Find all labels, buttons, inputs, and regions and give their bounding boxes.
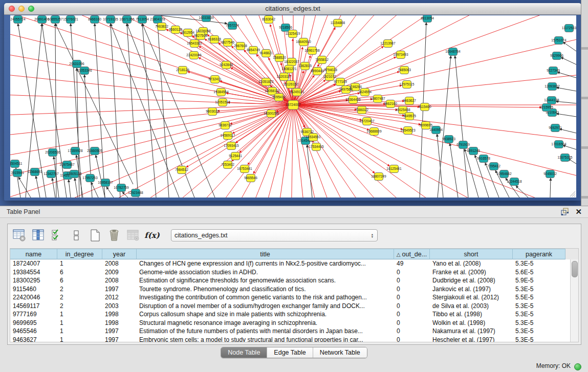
table-cell[interactable]: 18724007	[10, 259, 57, 268]
window-titlebar[interactable]: citations_edges.txt	[4, 3, 581, 15]
column-header-in_degree[interactable]: in_degree	[57, 249, 102, 259]
table-body[interactable]: 1872400712008Changes of HCN gene express…	[10, 259, 571, 342]
table-cell[interactable]: 5.5E-5	[513, 293, 565, 302]
node-table[interactable]: namein_degreeyeartitle△out_de...shortpag…	[10, 248, 579, 342]
table-row[interactable]: 977716911998Corpus callosum shape and si…	[10, 310, 571, 319]
float-panel-icon[interactable]	[561, 208, 569, 215]
column-header-out_de[interactable]: △out_de...	[394, 249, 430, 259]
table-cell[interactable]: 1997	[102, 327, 137, 336]
table-cell[interactable]: 22420046	[10, 293, 57, 302]
table-row[interactable]: 946362711997Embryonic stem cells: a mode…	[10, 336, 571, 343]
table-cell[interactable]: Disruption of a novel member of a sodium…	[137, 302, 394, 311]
tab-node-table[interactable]: Node Table	[221, 347, 267, 358]
table-cell[interactable]: 5.3E-5	[513, 302, 565, 311]
column-header-pagerank[interactable]: pagerank	[513, 249, 565, 259]
citation-network-graph[interactable]: 2405572420691406106552571527602184661601…	[10, 15, 576, 198]
table-cell[interactable]: Yano et al. (2008)	[430, 259, 513, 268]
close-panel-icon[interactable]: ✕	[575, 208, 582, 215]
table-cell[interactable]: 0	[394, 319, 430, 327]
table-cell[interactable]: Wolkin et al. (1998)	[430, 319, 513, 327]
table-cell[interactable]: Jankovic et al. (1997)	[430, 285, 513, 294]
table-cell[interactable]: 0	[394, 302, 430, 311]
table-header-row[interactable]: namein_degreeyeartitle△out_de...shortpag…	[10, 249, 578, 259]
table-cell[interactable]: 5.3E-5	[513, 336, 565, 343]
table-cell[interactable]: 19384554	[10, 268, 57, 277]
column-header-title[interactable]: title	[137, 249, 394, 259]
table-cell[interactable]: 18300295	[10, 276, 57, 285]
table-cell[interactable]: 5.3E-5	[513, 310, 565, 319]
table-cell[interactable]: Embryonic stem cells: a model to study s…	[137, 336, 394, 343]
table-cell[interactable]: 1997	[102, 285, 137, 294]
table-cell[interactable]: 0	[394, 293, 430, 302]
table-row[interactable]: 911546021997Tourette syndrome. Phenomeno…	[10, 285, 571, 294]
table-row[interactable]: 1830029562008Estimation of significance …	[10, 276, 571, 285]
table-cell[interactable]: de Silva et al. (2003)	[430, 302, 513, 311]
table-cell[interactable]: 2008	[102, 276, 137, 285]
memory-status-indicator[interactable]	[574, 363, 581, 370]
table-cell[interactable]: 9115460	[10, 285, 57, 294]
table-cell[interactable]: 5.3E-5	[513, 259, 565, 268]
new-column-button[interactable]	[88, 228, 102, 243]
column-header-year[interactable]: year	[102, 249, 137, 259]
table-options-button[interactable]	[12, 228, 27, 243]
table-cell[interactable]: Investigating the contribution of common…	[137, 293, 394, 302]
table-cell[interactable]: Changes of HCN gene expression and I(f) …	[137, 259, 394, 268]
table-cell[interactable]: Tibbo et al. (1998)	[430, 310, 513, 319]
table-cell[interactable]: 1	[57, 336, 102, 343]
table-cell[interactable]: 5.3E-5	[513, 285, 565, 294]
table-cell[interactable]: Nakamura et al. (1997)	[430, 327, 513, 336]
table-cell[interactable]: 2	[57, 302, 102, 311]
table-cell[interactable]: 0	[394, 327, 430, 336]
table-cell[interactable]: 1	[57, 259, 102, 268]
table-cell[interactable]: 0	[394, 310, 430, 319]
table-cell[interactable]: 0	[394, 276, 430, 285]
table-cell[interactable]: 5.9E-5	[513, 276, 565, 285]
column-header-name[interactable]: name	[10, 249, 57, 259]
table-cell[interactable]: Estimation of significance thresholds fo…	[137, 276, 394, 285]
table-cell[interactable]: 1998	[102, 310, 137, 319]
table-cell[interactable]: Estimation of the future numbers of pati…	[137, 327, 394, 336]
table-cell[interactable]: Corpus callosum shape and size in male p…	[137, 310, 394, 319]
table-cell[interactable]: Hescheler et al. (1997)	[430, 336, 513, 343]
table-row[interactable]: 969969511998Structural magnetic resonanc…	[10, 319, 571, 327]
table-cell[interactable]: 5.3E-5	[513, 319, 565, 327]
table-cell[interactable]: 5.3E-5	[513, 327, 565, 336]
vertical-scrollbar[interactable]	[570, 259, 578, 342]
table-cell[interactable]: 2012	[102, 293, 137, 302]
table-cell[interactable]: 6	[57, 276, 102, 285]
tab-network-table[interactable]: Network Table	[313, 347, 367, 358]
select-columns-button[interactable]	[50, 228, 64, 243]
table-cell[interactable]: 2008	[102, 259, 137, 268]
table-cell[interactable]: 14569117	[10, 302, 57, 311]
table-cell[interactable]: Franke et al. (2009)	[430, 268, 513, 277]
table-cell[interactable]: 1998	[102, 319, 137, 327]
table-cell[interactable]: 9465546	[10, 327, 57, 336]
table-cell[interactable]: 0	[394, 268, 430, 277]
table-row[interactable]: 1938455462009Genome-wide association stu…	[10, 268, 571, 277]
function-builder-button[interactable]: f(x)	[145, 228, 159, 243]
table-cell[interactable]: 5.6E-5	[513, 268, 565, 277]
delete-column-button[interactable]	[107, 228, 121, 243]
table-cell[interactable]: 9463627	[10, 336, 57, 343]
network-table-select[interactable]: citations_edges.txt ▴▾	[171, 229, 378, 242]
table-cell[interactable]: 6	[57, 268, 102, 277]
table-cell[interactable]: Tourette syndrome. Phenomenology and cla…	[137, 285, 394, 294]
table-cell[interactable]: 2003	[102, 302, 137, 311]
network-canvas[interactable]: 2405572420691406106552571527602184661601…	[10, 15, 576, 198]
table-row[interactable]: 946554611997Estimation of the future num…	[10, 327, 571, 336]
table-cell[interactable]: 9699695	[10, 319, 57, 327]
table-cell[interactable]: Structural magnetic resonance image aver…	[137, 319, 394, 327]
tab-edge-table[interactable]: Edge Table	[267, 347, 313, 358]
table-cell[interactable]: 1	[57, 310, 102, 319]
table-cell[interactable]: 1	[57, 327, 102, 336]
table-row[interactable]: 2242004622012Investigating the contribut…	[10, 293, 571, 302]
table-cell[interactable]: 0	[394, 285, 430, 294]
table-cell[interactable]: 1	[57, 319, 102, 327]
table-row[interactable]: 1456911722003Disruption of a novel membe…	[10, 302, 571, 311]
resize-grip[interactable]	[569, 190, 576, 197]
scrollbar-thumb[interactable]	[572, 261, 578, 277]
show-columns-button[interactable]	[31, 228, 46, 243]
table-cell[interactable]: 2009	[102, 268, 137, 277]
row-height-button[interactable]	[69, 228, 83, 243]
table-cell[interactable]: 1997	[102, 336, 137, 343]
